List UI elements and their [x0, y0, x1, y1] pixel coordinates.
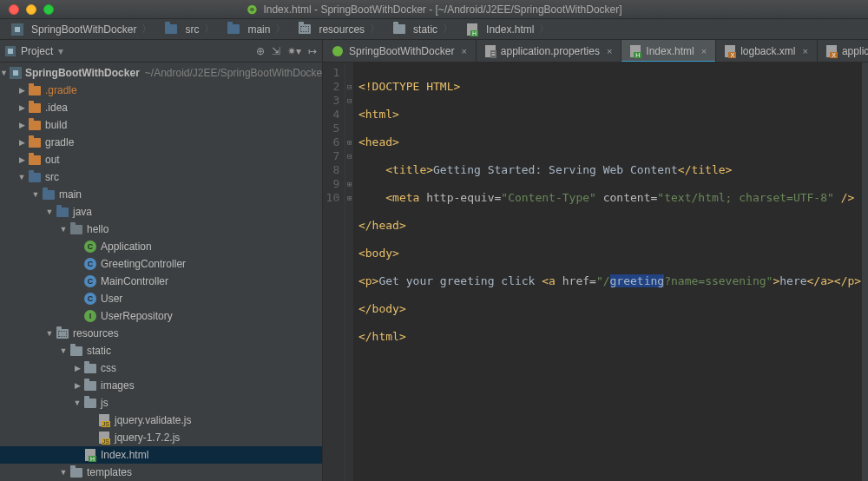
class-icon: C	[84, 293, 96, 305]
folder-icon	[393, 24, 405, 34]
window-minimize-button[interactable]	[26, 4, 36, 15]
tree-folder[interactable]: ▶build	[0, 116, 322, 134]
breadcrumb-item[interactable]: static〉	[387, 22, 460, 36]
folder-icon	[29, 121, 41, 130]
tree-folder[interactable]: ▼java	[0, 203, 322, 221]
editor-tabs: SpringBootWithDocker× application.proper…	[323, 40, 868, 63]
package-icon	[70, 225, 82, 234]
breadcrumb-item[interactable]: src〉	[159, 22, 221, 36]
tree-folder[interactable]: ▼main	[0, 186, 322, 203]
folder-icon	[227, 24, 240, 34]
properties-file-icon	[485, 45, 496, 57]
tree-package[interactable]: ▼hello	[0, 221, 322, 238]
tree-interface[interactable]: ▶IUserRepository	[0, 307, 322, 325]
editor-tab[interactable]: SpringBootWithDocker×	[323, 40, 477, 62]
html-file-icon	[467, 23, 477, 36]
close-tab-icon[interactable]: ×	[701, 46, 707, 56]
tree-folder[interactable]: ▼static	[0, 342, 322, 359]
code-content[interactable]: <!DOCTYPE HTML> <html> <head> <title>Get…	[353, 63, 861, 481]
folder-icon	[43, 190, 55, 200]
interface-icon: I	[84, 310, 96, 322]
breadcrumb-bar: SpringBootWithDocker〉 src〉 main〉 resourc…	[0, 19, 868, 40]
window-close-button[interactable]	[9, 4, 19, 15]
js-file-icon	[99, 432, 109, 444]
fold-column[interactable]: ⊟⊟⊞⊟⊞⊞	[345, 63, 353, 481]
tree-class[interactable]: ▶CGreetingController	[0, 255, 322, 273]
folder-icon	[29, 173, 41, 182]
tree-folder[interactable]: ▶gradle	[0, 134, 322, 151]
spring-class-icon: C	[84, 240, 96, 253]
chevron-down-icon	[58, 45, 63, 57]
breadcrumb-item[interactable]: SpringBootWithDocker〉	[5, 22, 159, 36]
folder-icon	[84, 364, 96, 373]
tree-folder[interactable]: ▶images	[0, 377, 322, 394]
collapse-all-icon[interactable]: ⇲	[272, 45, 280, 57]
breadcrumb-item[interactable]: Index.html〉	[460, 22, 556, 36]
chevron-right-icon: 〉	[537, 22, 551, 36]
project-view-selector[interactable]: Project	[5, 45, 63, 57]
js-file-icon	[99, 414, 109, 426]
close-tab-icon[interactable]: ×	[607, 46, 612, 56]
tree-class[interactable]: ▶CApplication	[0, 238, 322, 255]
close-tab-icon[interactable]: ×	[803, 46, 808, 56]
folder-icon	[70, 346, 82, 356]
chevron-right-icon: 〉	[140, 22, 154, 36]
editor-tab[interactable]: application.properties×	[477, 40, 622, 62]
html-file-icon	[85, 449, 95, 461]
window-title: Index.html - SpringBootWithDocker - [~/A…	[246, 3, 621, 16]
folder-icon	[165, 24, 177, 34]
tree-folder[interactable]: ▼templates	[0, 464, 322, 481]
editor-tab[interactable]: applica	[818, 40, 868, 62]
html-file-icon	[630, 45, 641, 57]
folder-icon	[29, 103, 41, 113]
tree-file[interactable]: ▶jquery-1.7.2.js	[0, 429, 322, 446]
project-panel-header: Project ⊕ ⇲ ✷▾ ↦	[0, 40, 322, 63]
line-number-gutter[interactable]: 12345678910	[323, 63, 345, 481]
module-icon	[11, 23, 23, 36]
scroll-from-source-icon[interactable]: ⊕	[256, 45, 265, 57]
folder-icon	[29, 138, 41, 148]
tree-folder[interactable]: ▼src	[0, 168, 322, 186]
tree-class[interactable]: ▶CUser	[0, 290, 322, 307]
close-tab-icon[interactable]: ×	[461, 46, 466, 56]
breadcrumb-item[interactable]: main〉	[221, 22, 293, 36]
tree-folder[interactable]: ▶out	[0, 151, 322, 168]
class-icon: C	[84, 275, 96, 287]
tree-class[interactable]: ▶CMainController	[0, 273, 322, 290]
title-bar: Index.html - SpringBootWithDocker - [~/A…	[0, 0, 868, 19]
resources-folder-icon	[56, 329, 69, 339]
tree-folder[interactable]: ▶.gradle	[0, 82, 322, 99]
folder-icon	[84, 381, 96, 391]
xml-file-icon	[826, 45, 837, 57]
editor-scrollbar[interactable]	[861, 63, 868, 481]
tree-folder[interactable]: ▼js	[0, 394, 322, 412]
settings-gear-icon[interactable]: ✷▾	[287, 45, 301, 57]
spring-icon	[246, 3, 258, 16]
breadcrumb-item[interactable]: resources〉	[293, 22, 387, 36]
editor-area: SpringBootWithDocker× application.proper…	[323, 40, 868, 481]
hide-panel-icon[interactable]: ↦	[308, 45, 317, 57]
tree-file-selected[interactable]: ▶Index.html	[0, 446, 322, 464]
tree-file[interactable]: ▶jquery.validate.js	[0, 412, 322, 429]
tree-folder[interactable]: ▶.idea	[0, 99, 322, 116]
tree-root[interactable]: ▼SpringBootWithDocker~/Android/J2EE/Spri…	[0, 64, 322, 82]
chevron-right-icon: 〉	[441, 22, 455, 36]
tree-folder[interactable]: ▶css	[0, 359, 322, 377]
chevron-right-icon: 〉	[273, 22, 287, 36]
project-tool-window: Project ⊕ ⇲ ✷▾ ↦ ▼SpringBootWithDocker~/…	[0, 40, 323, 481]
chevron-right-icon: 〉	[202, 22, 216, 36]
tree-folder[interactable]: ▼resources	[0, 325, 322, 342]
project-tree[interactable]: ▼SpringBootWithDocker~/Android/J2EE/Spri…	[0, 63, 322, 481]
folder-icon	[70, 468, 82, 478]
editor-tab-active[interactable]: Index.html×	[621, 40, 716, 62]
code-editor[interactable]: 12345678910 ⊟⊟⊞⊟⊞⊞ <!DOCTYPE HTML> <html…	[323, 63, 868, 481]
folder-icon	[84, 399, 96, 408]
chevron-right-icon: 〉	[368, 22, 382, 36]
spring-icon	[332, 45, 344, 57]
editor-tab[interactable]: logback.xml×	[716, 40, 818, 62]
svg-point-1	[332, 46, 343, 56]
folder-icon	[29, 86, 41, 96]
source-folder-icon	[56, 208, 69, 217]
window-zoom-button[interactable]	[43, 4, 54, 15]
module-icon	[10, 67, 22, 79]
